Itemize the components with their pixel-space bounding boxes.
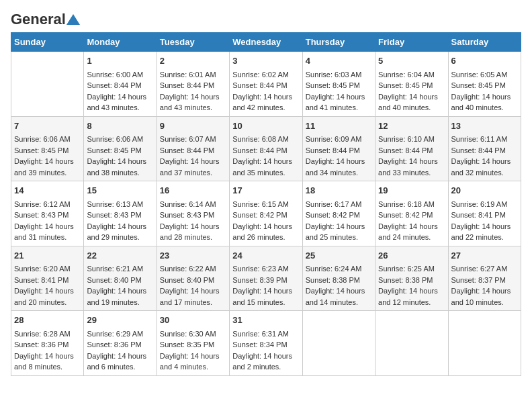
day-info: Daylight: 14 hours [14, 351, 81, 362]
day-number: 30 [160, 314, 226, 327]
calendar-cell: 7Sunrise: 6:06 AMSunset: 8:45 PMDaylight… [11, 116, 84, 181]
day-info: Sunset: 8:42 PM [378, 210, 445, 221]
day-info: Sunrise: 6:18 AM [378, 199, 445, 210]
day-info: Sunrise: 6:09 AM [306, 134, 372, 145]
day-info: and 37 minutes. [160, 167, 226, 179]
calendar-cell: 10Sunrise: 6:08 AMSunset: 8:44 PMDayligh… [230, 116, 302, 181]
day-info: Sunrise: 6:01 AM [160, 69, 226, 81]
day-number: 24 [232, 249, 299, 263]
day-info: Sunrise: 6:11 AM [451, 134, 518, 145]
day-info: Sunrise: 6:13 AM [87, 199, 153, 210]
day-number: 17 [232, 184, 299, 197]
day-info: Sunrise: 6:30 AM [160, 328, 226, 340]
day-info: and 15 minutes. [232, 297, 299, 308]
day-info: Sunset: 8:45 PM [306, 80, 372, 91]
day-info: Sunrise: 6:28 AM [14, 328, 81, 340]
calendar-week-4: 28Sunrise: 6:28 AMSunset: 8:36 PMDayligh… [11, 311, 521, 376]
day-info: Sunset: 8:44 PM [87, 80, 153, 91]
day-info: Sunset: 8:44 PM [232, 80, 299, 91]
calendar-cell: 8Sunrise: 6:06 AMSunset: 8:45 PMDaylight… [84, 116, 157, 181]
calendar-cell: 26Sunrise: 6:25 AMSunset: 8:38 PMDayligh… [375, 246, 448, 311]
day-info: Sunset: 8:44 PM [160, 80, 226, 91]
day-info: Daylight: 14 hours [232, 221, 299, 232]
day-info: and 19 minutes. [87, 297, 153, 308]
day-number: 1 [87, 54, 153, 68]
day-number: 28 [14, 314, 81, 327]
day-info: and 22 minutes. [451, 232, 518, 243]
day-info: Sunrise: 6:04 AM [378, 69, 445, 81]
day-info: Daylight: 14 hours [306, 221, 372, 232]
day-info: Daylight: 14 hours [306, 285, 372, 297]
day-number: 6 [451, 54, 518, 68]
day-info: Sunset: 8:40 PM [87, 275, 153, 286]
day-info: Sunset: 8:45 PM [378, 80, 445, 91]
day-info: Sunset: 8:44 PM [306, 145, 372, 156]
header-sunday: Sunday [11, 33, 84, 52]
calendar-cell: 29Sunrise: 6:29 AMSunset: 8:36 PMDayligh… [84, 311, 157, 376]
calendar-body: 1Sunrise: 6:00 AMSunset: 8:44 PMDaylight… [11, 52, 521, 376]
day-info: and 40 minutes. [451, 102, 518, 113]
day-info: Sunset: 8:44 PM [451, 145, 518, 156]
calendar-cell: 24Sunrise: 6:23 AMSunset: 8:39 PMDayligh… [230, 246, 302, 311]
calendar-cell [448, 311, 521, 376]
day-info: and 43 minutes. [160, 102, 226, 113]
day-number: 29 [87, 314, 153, 327]
calendar-cell: 3Sunrise: 6:02 AMSunset: 8:44 PMDaylight… [230, 52, 302, 117]
calendar-cell: 19Sunrise: 6:18 AMSunset: 8:42 PMDayligh… [375, 181, 448, 246]
day-info: and 42 minutes. [232, 102, 299, 113]
calendar-cell: 1Sunrise: 6:00 AMSunset: 8:44 PMDaylight… [84, 52, 157, 117]
calendar-week-2: 14Sunrise: 6:12 AMSunset: 8:43 PMDayligh… [11, 181, 521, 246]
calendar-cell: 5Sunrise: 6:04 AMSunset: 8:45 PMDaylight… [375, 52, 448, 117]
day-info: Sunrise: 6:08 AM [232, 134, 299, 145]
day-info: Sunrise: 6:10 AM [378, 134, 445, 145]
day-info: Sunrise: 6:25 AM [378, 263, 445, 275]
day-info: Daylight: 14 hours [451, 91, 518, 103]
calendar-cell [302, 311, 375, 376]
day-info: Sunrise: 6:14 AM [160, 199, 226, 210]
calendar-cell: 12Sunrise: 6:10 AMSunset: 8:44 PMDayligh… [375, 116, 448, 181]
day-info: Sunrise: 6:20 AM [14, 263, 81, 275]
day-info: Sunset: 8:39 PM [232, 275, 299, 286]
day-info: Sunset: 8:36 PM [87, 339, 153, 351]
day-info: Sunrise: 6:21 AM [87, 263, 153, 275]
day-info: and 8 minutes. [14, 361, 81, 373]
day-number: 21 [14, 249, 81, 263]
day-info: Sunset: 8:41 PM [14, 275, 81, 286]
day-number: 15 [87, 184, 153, 197]
day-info: and 35 minutes. [232, 167, 299, 179]
day-info: Sunset: 8:40 PM [160, 275, 226, 286]
day-info: Daylight: 14 hours [306, 156, 372, 167]
day-number: 23 [160, 249, 226, 263]
day-number: 26 [378, 249, 445, 263]
day-number: 14 [14, 184, 81, 197]
calendar-cell: 2Sunrise: 6:01 AMSunset: 8:44 PMDaylight… [157, 52, 229, 117]
header-wednesday: Wednesday [230, 33, 302, 52]
day-number: 5 [378, 54, 445, 68]
day-number: 22 [87, 249, 153, 263]
day-info: and 4 minutes. [160, 361, 226, 373]
logo-general: General [11, 11, 66, 28]
day-info: Sunset: 8:45 PM [87, 145, 153, 156]
calendar-cell: 16Sunrise: 6:14 AMSunset: 8:43 PMDayligh… [157, 181, 229, 246]
calendar-cell [11, 52, 84, 117]
calendar-cell: 20Sunrise: 6:19 AMSunset: 8:41 PMDayligh… [448, 181, 521, 246]
svg-marker-0 [66, 14, 80, 25]
day-info: and 39 minutes. [14, 167, 81, 179]
day-info: Daylight: 14 hours [87, 91, 153, 103]
day-info: Sunset: 8:42 PM [232, 210, 299, 221]
day-info: Sunset: 8:44 PM [160, 145, 226, 156]
calendar-cell: 31Sunrise: 6:31 AMSunset: 8:34 PMDayligh… [230, 311, 302, 376]
day-info: Sunset: 8:37 PM [451, 275, 518, 286]
calendar-cell: 21Sunrise: 6:20 AMSunset: 8:41 PMDayligh… [11, 246, 84, 311]
calendar-week-3: 21Sunrise: 6:20 AMSunset: 8:41 PMDayligh… [11, 246, 521, 311]
day-number: 18 [306, 184, 372, 197]
day-number: 16 [160, 184, 226, 197]
day-number: 11 [306, 120, 372, 133]
day-info: Daylight: 14 hours [160, 221, 226, 232]
day-number: 12 [378, 120, 445, 133]
day-info: Sunrise: 6:00 AM [87, 69, 153, 81]
day-info: Daylight: 14 hours [14, 221, 81, 232]
day-info: and 29 minutes. [87, 232, 153, 243]
day-number: 27 [451, 249, 518, 263]
day-info: and 10 minutes. [451, 297, 518, 308]
